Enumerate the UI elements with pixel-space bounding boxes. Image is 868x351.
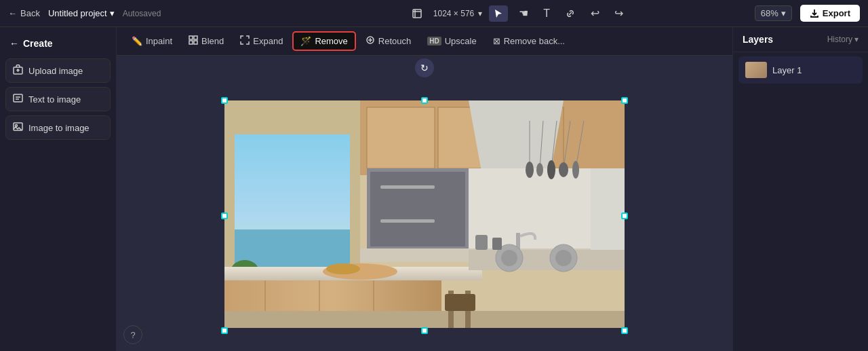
history-button[interactable]: History ▾ [827, 35, 859, 44]
svg-rect-8 [194, 36, 197, 39]
retouch-button[interactable]: Retouch [359, 32, 418, 50]
topbar: ← Back Untitled project ▾ Autosaved 1024… [0, 0, 868, 27]
remove-background-button[interactable]: ⊠ Remove back... [486, 33, 572, 50]
refresh-row: ↻ [117, 56, 732, 80]
hd-icon: HD [427, 37, 441, 45]
blend-label: Blend [201, 36, 224, 46]
svg-rect-53 [445, 294, 475, 311]
refresh-button[interactable]: ↻ [415, 58, 434, 77]
svg-rect-20 [367, 107, 435, 168]
retouch-icon [366, 35, 375, 47]
help-button[interactable]: ? [123, 325, 142, 344]
sidebar-upload-image[interactable]: Upload image [5, 58, 111, 83]
blend-icon [189, 35, 198, 47]
sidebar-title: Create [23, 38, 53, 49]
expand-button[interactable]: Expand [233, 32, 290, 50]
handle-bottom-center[interactable] [421, 327, 428, 334]
canvas-wrapper [117, 80, 732, 351]
svg-rect-26 [380, 185, 435, 189]
svg-rect-27 [380, 219, 435, 223]
inpaint-icon: ✏️ [132, 36, 142, 46]
redo-button[interactable]: ↪ [610, 4, 627, 22]
back-button[interactable]: ← Back [8, 8, 40, 18]
zoom-control[interactable]: 68% ▾ [755, 5, 792, 21]
handle-middle-left[interactable] [221, 213, 228, 219]
text-icon [13, 93, 23, 105]
canvas-image-container[interactable] [224, 100, 625, 331]
image-to-image-label: Image to image [28, 123, 90, 133]
text-tool-button[interactable]: T [539, 5, 554, 22]
svg-point-35 [526, 162, 534, 178]
frame-tool-button[interactable] [408, 5, 427, 22]
export-button[interactable]: Export [800, 5, 860, 22]
right-sidebar: Layers History ▾ Layer 1 [732, 27, 868, 351]
handle-top-right[interactable] [621, 97, 628, 104]
expand-label: Expand [253, 36, 283, 46]
handle-top-center[interactable] [421, 97, 428, 104]
handle-bottom-right[interactable] [621, 327, 628, 334]
back-arrow-icon: ← [8, 8, 17, 18]
svg-rect-59 [475, 235, 488, 250]
main-area: ← Create Upload image Text to image [0, 27, 868, 351]
inpaint-button[interactable]: ✏️ Inpaint [125, 33, 179, 50]
svg-point-56 [501, 250, 517, 266]
layers-title: Layers [743, 34, 773, 45]
handle-middle-right[interactable] [621, 213, 628, 219]
sidebar-header: ← Create [5, 35, 111, 54]
layer-item[interactable]: Layer 1 [738, 56, 863, 84]
project-title[interactable]: Untitled project ▾ [48, 8, 115, 18]
svg-rect-61 [591, 168, 625, 250]
export-label: Export [823, 8, 850, 18]
upscale-button[interactable]: HD Upscale [420, 33, 483, 50]
help-icon: ? [130, 330, 135, 340]
svg-rect-24 [370, 172, 465, 209]
back-label: Back [20, 8, 40, 18]
canvas-image [224, 100, 625, 328]
handle-top-left[interactable] [221, 97, 228, 104]
blend-button[interactable]: Blend [182, 32, 231, 50]
upscale-label: Upscale [445, 36, 477, 46]
svg-point-36 [536, 163, 543, 177]
sidebar-text-to-image[interactable]: Text to image [5, 87, 111, 111]
upload-icon [13, 64, 23, 77]
project-title-text: Untitled project [48, 8, 107, 18]
svg-rect-60 [492, 238, 502, 250]
svg-point-49 [326, 263, 360, 274]
layer-name: Layer 1 [772, 65, 802, 75]
text-to-image-label: Text to image [28, 94, 81, 105]
history-label: History [827, 35, 852, 44]
canvas-size-value: 1024 × 576 [433, 9, 474, 18]
svg-rect-4 [14, 94, 22, 102]
hand-tool-button[interactable]: ☚ [515, 4, 532, 22]
handle-bottom-left[interactable] [221, 327, 228, 334]
svg-rect-9 [189, 41, 193, 44]
upload-image-label: Upload image [28, 66, 83, 76]
topbar-center-tools: 1024 × 576 ▾ ☚ T ↩ ↪ [408, 4, 627, 22]
create-arrow-icon: ← [9, 38, 19, 49]
layers-header: Layers History ▾ [733, 27, 868, 52]
svg-rect-54 [469, 250, 625, 270]
edit-toolbar: ✏️ Inpaint Blend [117, 27, 732, 56]
svg-point-37 [547, 160, 555, 179]
chevron-down-icon: ▾ [478, 9, 482, 18]
svg-rect-25 [370, 209, 465, 246]
remove-back-label: Remove back... [504, 36, 565, 46]
chevron-down-icon: ▾ [110, 8, 115, 18]
svg-point-38 [559, 162, 568, 177]
undo-button[interactable]: ↩ [587, 4, 604, 22]
sidebar-image-to-image[interactable]: Image to image [5, 115, 111, 140]
canvas-size-display[interactable]: 1024 × 576 ▾ [433, 9, 482, 18]
image-icon [13, 122, 23, 134]
link-tool-button[interactable] [561, 5, 580, 22]
svg-rect-0 [413, 10, 421, 18]
svg-rect-7 [189, 36, 193, 39]
svg-point-39 [572, 161, 579, 179]
left-sidebar: ← Create Upload image Text to image [0, 27, 117, 351]
inpaint-label: Inpaint [146, 36, 172, 46]
remove-button[interactable]: 🪄 Remove [292, 31, 355, 51]
select-tool-button[interactable] [489, 5, 508, 22]
svg-rect-10 [194, 41, 197, 44]
layer-thumbnail [745, 62, 767, 78]
zoom-value: 68% [761, 8, 778, 18]
canvas-area: ✏️ Inpaint Blend [117, 27, 732, 351]
